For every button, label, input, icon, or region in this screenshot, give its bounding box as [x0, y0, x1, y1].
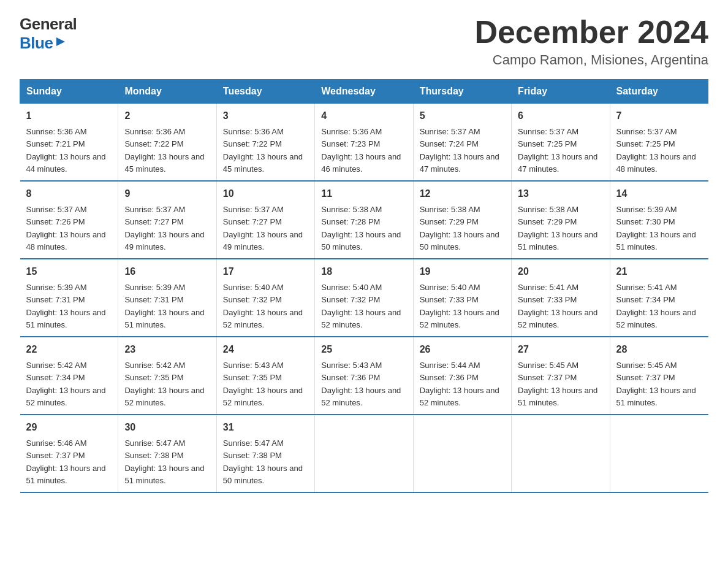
calendar-day-cell: 6 Sunrise: 5:37 AM Sunset: 7:25 PM Dayli…	[512, 104, 610, 182]
day-number: 15	[26, 264, 112, 279]
calendar-day-cell	[610, 415, 708, 492]
day-sunrise: Sunrise: 5:39 AM	[26, 283, 87, 292]
day-sunrise: Sunrise: 5:40 AM	[420, 283, 480, 292]
calendar-day-cell: 3 Sunrise: 5:36 AM Sunset: 7:22 PM Dayli…	[216, 104, 314, 182]
day-sunset: Sunset: 7:27 PM	[223, 217, 282, 226]
calendar-day-cell: 27 Sunrise: 5:45 AM Sunset: 7:37 PM Dayl…	[512, 337, 610, 415]
day-sunset: Sunset: 7:36 PM	[321, 373, 380, 382]
logo-blue: Blue	[20, 34, 53, 53]
day-number: 28	[616, 342, 702, 357]
day-number: 18	[321, 264, 406, 279]
calendar-day-cell: 1 Sunrise: 5:36 AM Sunset: 7:21 PM Dayli…	[20, 104, 118, 182]
calendar-day-cell: 4 Sunrise: 5:36 AM Sunset: 7:23 PM Dayli…	[315, 104, 413, 182]
day-daylight: Daylight: 13 hours and 51 minutes.	[26, 464, 106, 485]
day-sunset: Sunset: 7:31 PM	[124, 295, 183, 304]
day-sunrise: Sunrise: 5:37 AM	[518, 127, 578, 136]
day-sunrise: Sunrise: 5:43 AM	[321, 361, 382, 370]
day-sunset: Sunset: 7:31 PM	[26, 295, 85, 304]
day-sunrise: Sunrise: 5:41 AM	[518, 283, 578, 292]
day-number: 31	[223, 420, 308, 435]
calendar-day-cell: 16 Sunrise: 5:39 AM Sunset: 7:31 PM Dayl…	[118, 259, 216, 337]
day-number: 10	[223, 186, 308, 201]
day-sunset: Sunset: 7:32 PM	[321, 295, 380, 304]
day-sunset: Sunset: 7:28 PM	[321, 217, 380, 226]
header-friday: Friday	[512, 80, 610, 104]
day-sunset: Sunset: 7:33 PM	[518, 295, 577, 304]
calendar-day-cell: 13 Sunrise: 5:38 AM Sunset: 7:29 PM Dayl…	[512, 181, 610, 259]
calendar-day-cell: 7 Sunrise: 5:37 AM Sunset: 7:25 PM Dayli…	[610, 104, 708, 182]
day-sunset: Sunset: 7:21 PM	[26, 139, 85, 148]
day-daylight: Daylight: 13 hours and 51 minutes.	[124, 308, 204, 329]
day-sunrise: Sunrise: 5:41 AM	[616, 283, 677, 292]
calendar-day-cell: 5 Sunrise: 5:37 AM Sunset: 7:24 PM Dayli…	[413, 104, 511, 182]
day-sunrise: Sunrise: 5:37 AM	[616, 127, 677, 136]
day-sunrise: Sunrise: 5:37 AM	[420, 127, 480, 136]
calendar-day-cell: 12 Sunrise: 5:38 AM Sunset: 7:29 PM Dayl…	[413, 181, 511, 259]
calendar-day-cell: 24 Sunrise: 5:43 AM Sunset: 7:35 PM Dayl…	[216, 337, 314, 415]
calendar-day-cell: 19 Sunrise: 5:40 AM Sunset: 7:33 PM Dayl…	[413, 259, 511, 337]
calendar-day-cell: 8 Sunrise: 5:37 AM Sunset: 7:26 PM Dayli…	[20, 181, 118, 259]
day-number: 5	[420, 109, 505, 123]
header-tuesday: Tuesday	[216, 80, 314, 104]
day-daylight: Daylight: 13 hours and 44 minutes.	[26, 152, 106, 174]
day-daylight: Daylight: 13 hours and 50 minutes.	[223, 464, 303, 485]
calendar-day-cell: 21 Sunrise: 5:41 AM Sunset: 7:34 PM Dayl…	[610, 259, 708, 337]
day-number: 13	[518, 186, 603, 201]
day-number: 26	[420, 342, 505, 357]
day-sunset: Sunset: 7:37 PM	[26, 451, 85, 460]
day-number: 7	[616, 109, 702, 123]
calendar-title: December 2024	[474, 15, 708, 50]
day-sunrise: Sunrise: 5:38 AM	[518, 205, 578, 214]
day-number: 29	[26, 420, 112, 435]
day-sunrise: Sunrise: 5:36 AM	[26, 127, 87, 136]
day-sunset: Sunset: 7:33 PM	[420, 295, 479, 304]
day-sunset: Sunset: 7:25 PM	[616, 139, 675, 148]
day-daylight: Daylight: 13 hours and 52 minutes.	[321, 386, 401, 407]
day-sunset: Sunset: 7:36 PM	[420, 373, 479, 382]
calendar-day-cell: 25 Sunrise: 5:43 AM Sunset: 7:36 PM Dayl…	[315, 337, 413, 415]
calendar-day-cell: 10 Sunrise: 5:37 AM Sunset: 7:27 PM Dayl…	[216, 181, 314, 259]
day-number: 20	[518, 264, 603, 279]
day-sunrise: Sunrise: 5:37 AM	[223, 205, 284, 214]
day-daylight: Daylight: 13 hours and 49 minutes.	[124, 230, 204, 251]
day-sunrise: Sunrise: 5:43 AM	[223, 361, 284, 370]
calendar-day-cell	[512, 415, 610, 492]
header-wednesday: Wednesday	[315, 80, 413, 104]
day-sunset: Sunset: 7:22 PM	[124, 139, 183, 148]
day-daylight: Daylight: 13 hours and 52 minutes.	[420, 308, 499, 329]
calendar-table: Sunday Monday Tuesday Wednesday Thursday…	[20, 79, 708, 493]
day-sunset: Sunset: 7:22 PM	[223, 139, 282, 148]
day-daylight: Daylight: 13 hours and 46 minutes.	[321, 152, 401, 174]
day-sunset: Sunset: 7:35 PM	[124, 373, 183, 382]
logo-arrow-icon	[54, 35, 67, 48]
day-daylight: Daylight: 13 hours and 45 minutes.	[223, 152, 303, 174]
day-number: 11	[321, 186, 406, 201]
day-sunset: Sunset: 7:24 PM	[420, 139, 479, 148]
calendar-week-row: 22 Sunrise: 5:42 AM Sunset: 7:34 PM Dayl…	[20, 337, 708, 415]
day-daylight: Daylight: 13 hours and 48 minutes.	[26, 230, 106, 251]
day-daylight: Daylight: 13 hours and 51 minutes.	[616, 230, 696, 251]
header-monday: Monday	[118, 80, 216, 104]
header-thursday: Thursday	[413, 80, 511, 104]
day-sunset: Sunset: 7:29 PM	[420, 217, 479, 226]
day-number: 1	[26, 109, 112, 123]
day-number: 25	[321, 342, 406, 357]
header-saturday: Saturday	[610, 80, 708, 104]
day-sunrise: Sunrise: 5:42 AM	[26, 361, 87, 370]
day-sunset: Sunset: 7:38 PM	[124, 451, 183, 460]
calendar-day-cell: 29 Sunrise: 5:46 AM Sunset: 7:37 PM Dayl…	[20, 415, 118, 492]
day-number: 22	[26, 342, 112, 357]
day-sunset: Sunset: 7:25 PM	[518, 139, 577, 148]
day-daylight: Daylight: 13 hours and 50 minutes.	[420, 230, 499, 251]
day-sunrise: Sunrise: 5:37 AM	[26, 205, 87, 214]
day-daylight: Daylight: 13 hours and 52 minutes.	[26, 386, 106, 407]
calendar-day-cell: 28 Sunrise: 5:45 AM Sunset: 7:37 PM Dayl…	[610, 337, 708, 415]
day-number: 23	[124, 342, 210, 357]
day-sunrise: Sunrise: 5:40 AM	[223, 283, 284, 292]
day-sunset: Sunset: 7:34 PM	[26, 373, 85, 382]
day-daylight: Daylight: 13 hours and 45 minutes.	[124, 152, 204, 174]
day-number: 8	[26, 186, 112, 201]
day-daylight: Daylight: 13 hours and 51 minutes.	[124, 464, 204, 485]
day-daylight: Daylight: 13 hours and 51 minutes.	[616, 386, 696, 407]
calendar-day-cell: 2 Sunrise: 5:36 AM Sunset: 7:22 PM Dayli…	[118, 104, 216, 182]
